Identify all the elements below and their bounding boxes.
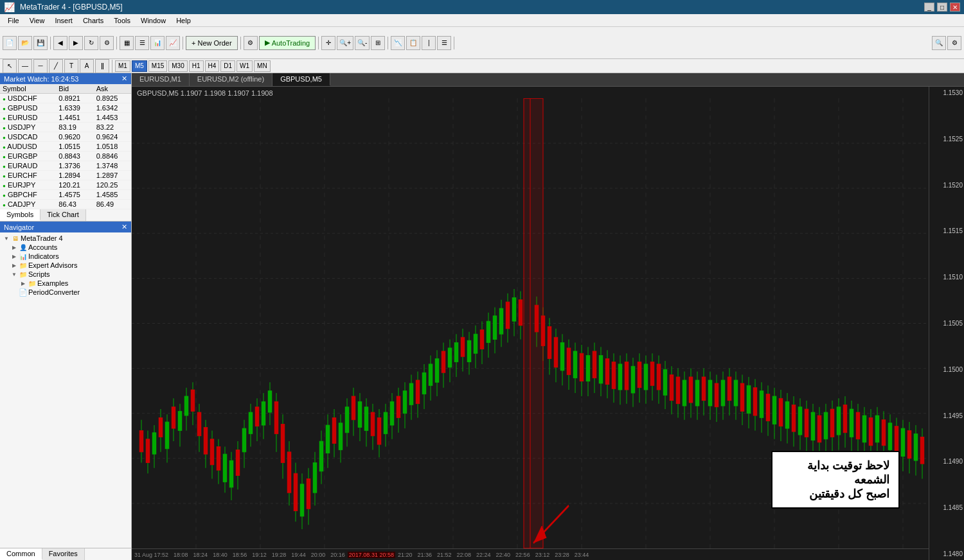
market-watch-row[interactable]: ● USDCAD 0.9620 0.9624 <box>0 132 131 142</box>
market-watch-row[interactable]: ● EURAUD 1.3736 1.3748 <box>0 161 131 171</box>
market-watch-row[interactable]: ● EURGBP 0.8843 0.8846 <box>0 152 131 161</box>
back-btn[interactable]: ◀ <box>53 36 67 50</box>
chart-tab-gbpusd-m5[interactable]: GBPUSD,M5 <box>272 73 330 86</box>
zoom-in-btn[interactable]: 🔍+ <box>337 36 353 50</box>
line-btn[interactable]: 📈 <box>166 36 180 50</box>
market-watch-row[interactable]: ● GBPCHF 1.4575 1.4585 <box>0 190 131 200</box>
tree-period-converter[interactable]: 📄 PeriodConverter <box>1 288 130 297</box>
time-15: 22:40 <box>494 552 513 558</box>
tree-accounts[interactable]: ▶ 👤 Accounts <box>1 243 130 252</box>
candle-btn[interactable]: 📊 <box>150 36 165 50</box>
market-watch-row[interactable]: ● CADJPY 86.43 86.49 <box>0 200 131 209</box>
fit-btn[interactable]: ⊞ <box>371 36 385 50</box>
objlist-btn[interactable]: ☰ <box>437 36 451 50</box>
tree-expert-advisors[interactable]: ▶ 📁 Expert Advisors <box>1 261 130 270</box>
chart-type-btn[interactable]: ▦ <box>120 36 134 50</box>
settings-btn[interactable]: ⚙ <box>947 36 961 50</box>
zoom-out-btn[interactable]: 🔍- <box>355 36 370 50</box>
save-btn[interactable]: 💾 <box>33 36 48 50</box>
period-w1[interactable]: W1 <box>237 60 253 72</box>
menu-window[interactable]: Window <box>136 15 171 26</box>
menu-view[interactable]: View <box>24 15 50 26</box>
market-watch-close[interactable]: ✕ <box>121 74 127 83</box>
time-18: 23:28 <box>552 552 572 558</box>
annotation-box: لاحظ توقيت بداية الشمعه اصبح كل دقيقتين <box>771 451 900 509</box>
market-watch-row[interactable]: ● GBPUSD 1.6339 1.6342 <box>0 103 131 113</box>
search-btn[interactable]: 🔍 <box>932 36 946 50</box>
period-m15[interactable]: M15 <box>148 60 167 72</box>
ask-cell: 120.25 <box>94 180 131 190</box>
indicators-btn[interactable]: 📉 <box>391 36 405 50</box>
svg-rect-163 <box>599 356 603 383</box>
period-m1[interactable]: M1 <box>115 60 130 72</box>
market-watch-row[interactable]: ● EURJPY 120.21 120.25 <box>0 180 131 190</box>
menu-help[interactable]: Help <box>171 15 196 26</box>
price-3: 1.1520 <box>931 182 963 189</box>
tab-symbols[interactable]: Symbols <box>0 209 40 221</box>
autotrading-icon: ▶ <box>265 39 270 47</box>
bar-btn[interactable]: ☰ <box>135 36 149 50</box>
title-bar-controls: _ □ ✕ <box>924 3 960 12</box>
navigator-close[interactable]: ✕ <box>121 223 127 231</box>
navigator-header: Navigator ✕ <box>0 222 131 232</box>
period-d1[interactable]: D1 <box>220 60 235 72</box>
line-tool[interactable]: — <box>18 59 32 73</box>
menu-insert[interactable]: Insert <box>49 15 78 26</box>
tree-indicators[interactable]: ▶ 📊 Indicators <box>1 252 130 261</box>
svg-rect-31 <box>165 422 169 449</box>
menu-file[interactable]: File <box>3 15 24 26</box>
menu-charts[interactable]: Charts <box>78 15 109 26</box>
market-watch-row[interactable]: ● USDCHF 0.8921 0.8925 <box>0 94 131 103</box>
config-btn[interactable]: ⚙ <box>100 36 114 50</box>
tool5[interactable]: A <box>80 59 94 73</box>
menu-tools[interactable]: Tools <box>109 15 136 26</box>
tool3[interactable]: ╱ <box>49 59 63 73</box>
period-h1[interactable]: H1 <box>189 60 204 72</box>
chart-canvas[interactable]: GBPUSD,M5 1.1907 1.1908 1.1907 1.1908 <box>132 87 964 560</box>
ask-cell: 1.2897 <box>94 171 131 180</box>
close-button[interactable]: ✕ <box>950 3 960 12</box>
direction-dot: ● <box>3 125 6 131</box>
tree-examples[interactable]: ▶ 📁 Examples <box>1 279 130 288</box>
arrow-tool[interactable]: ↖ <box>3 59 17 73</box>
open-btn[interactable]: 📂 <box>18 36 32 50</box>
new-order-button[interactable]: + New Order <box>186 36 238 50</box>
market-watch-row[interactable]: ● EURCHF 1.2894 1.2897 <box>0 171 131 180</box>
period-m5[interactable]: M5 <box>132 60 147 72</box>
tab-favorites[interactable]: Favorites <box>42 548 85 560</box>
accounts-expand: ▶ <box>10 243 18 251</box>
direction-dot: ● <box>3 202 6 208</box>
period-mn[interactable]: MN <box>254 60 271 72</box>
expert-settings-btn[interactable]: ⚙ <box>244 36 258 50</box>
market-watch-row[interactable]: ● USDJPY 83.19 83.22 <box>0 123 131 132</box>
maximize-button[interactable]: □ <box>937 3 947 12</box>
period-m30[interactable]: M30 <box>168 60 187 72</box>
hline-tool[interactable]: ─ <box>33 59 48 73</box>
tpl-btn[interactable]: 📋 <box>406 36 420 50</box>
chart-tab-eurusd-m2[interactable]: EURUSD,M2 (offline) <box>190 73 272 86</box>
tree-scripts[interactable]: ▼ 📁 Scripts <box>1 270 130 279</box>
market-watch-row[interactable]: ● AUDUSD 1.0515 1.0518 <box>0 142 131 152</box>
price-8: 1.1495 <box>931 412 963 419</box>
period-sep-btn[interactable]: | <box>422 36 436 50</box>
svg-rect-199 <box>715 383 719 407</box>
new-chart-btn[interactable]: 📄 <box>3 36 17 50</box>
tab-common[interactable]: Common <box>0 548 42 560</box>
forward-btn[interactable]: ▶ <box>69 36 83 50</box>
period-h4[interactable]: H4 <box>205 60 220 72</box>
chart-header-label: GBPUSD,M5 1.1907 1.1908 1.1907 1.1908 <box>137 89 273 97</box>
market-watch-row[interactable]: ● EURUSD 1.4451 1.4453 <box>0 113 131 123</box>
tool6[interactable]: ǁ <box>95 59 109 73</box>
tab-tick-chart[interactable]: Tick Chart <box>40 209 86 221</box>
refresh-btn[interactable]: ↻ <box>84 36 98 50</box>
chart-tab-eurusd-m1[interactable]: EURUSD,M1 <box>132 73 190 86</box>
minimize-button[interactable]: _ <box>924 3 934 12</box>
tree-metatrader4[interactable]: ▼ 🖥 MetaTrader 4 <box>1 234 130 243</box>
svg-rect-67 <box>281 424 285 462</box>
time-16: 22:56 <box>513 552 533 558</box>
svg-rect-155 <box>573 351 577 378</box>
svg-rect-153 <box>567 348 571 375</box>
autotrading-button[interactable]: ▶ AutoTrading <box>259 36 316 50</box>
crosshair-btn[interactable]: ✛ <box>321 36 335 50</box>
text-tool[interactable]: T <box>64 59 78 73</box>
